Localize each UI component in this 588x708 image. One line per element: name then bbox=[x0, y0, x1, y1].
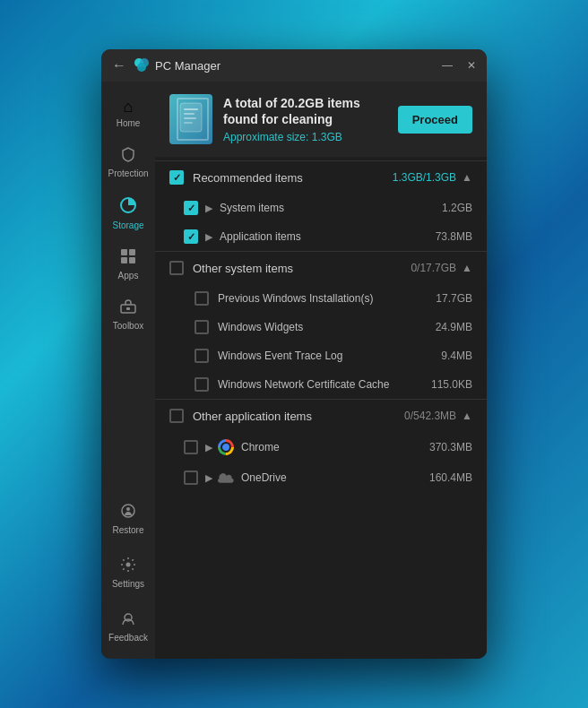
recommended-size: 1.3GB/1.3GB bbox=[393, 171, 456, 184]
svg-rect-4 bbox=[121, 249, 127, 255]
windows-widgets-row[interactable]: Windows Widgets 24.9MB bbox=[155, 313, 487, 341]
minimize-button[interactable]: — bbox=[442, 59, 453, 72]
onedrive-checkbox[interactable] bbox=[184, 471, 198, 485]
onedrive-label: OneDrive bbox=[241, 471, 429, 484]
feedback-icon bbox=[120, 610, 136, 631]
windows-widgets-size: 24.9MB bbox=[436, 321, 472, 333]
recommended-chevron-icon: ▲ bbox=[462, 171, 472, 184]
sidebar-item-restore[interactable]: Restore bbox=[104, 496, 152, 542]
sidebar-label-storage: Storage bbox=[112, 220, 143, 230]
sidebar-item-toolbox[interactable]: Toolbox bbox=[104, 291, 152, 338]
other-system-checkbox[interactable] bbox=[169, 261, 184, 275]
other-app-checkbox[interactable] bbox=[169, 409, 184, 423]
other-app-title: Other application items bbox=[193, 410, 404, 423]
application-items-expand-icon: ▶ bbox=[205, 231, 212, 243]
svg-rect-18 bbox=[184, 122, 193, 124]
chrome-expand-icon: ▶ bbox=[205, 442, 212, 453]
recommended-header[interactable]: Recommended items 1.3GB/1.3GB ▲ bbox=[155, 161, 487, 194]
event-trace-checkbox[interactable] bbox=[195, 349, 209, 363]
sidebar-item-settings[interactable]: Settings bbox=[104, 549, 152, 596]
svg-point-12 bbox=[126, 563, 131, 567]
settings-icon bbox=[120, 557, 136, 577]
sidebar-label-toolbox: Toolbox bbox=[113, 321, 143, 331]
sidebar-label-protection: Protection bbox=[108, 168, 148, 178]
cert-cache-size: 115.0KB bbox=[431, 378, 472, 391]
cert-cache-label: Windows Network Certificate Cache bbox=[218, 378, 431, 391]
svg-rect-9 bbox=[126, 307, 130, 310]
recommended-title: Recommended items bbox=[193, 171, 393, 185]
sidebar-label-settings: Settings bbox=[112, 579, 144, 589]
sidebar-item-feedback[interactable]: Feedback bbox=[104, 603, 152, 650]
onedrive-size: 160.4MB bbox=[429, 471, 472, 484]
chrome-row[interactable]: ▶ Chrome 370.3MB bbox=[155, 432, 487, 462]
prev-windows-label: Previous Windows Installation(s) bbox=[218, 292, 436, 305]
sidebar-item-apps[interactable]: Apps bbox=[104, 241, 152, 288]
sidebar-label-home: Home bbox=[117, 118, 141, 128]
other-system-header[interactable]: Other system items 0/17.7GB ▲ bbox=[155, 252, 487, 284]
event-trace-row[interactable]: Windows Event Trace Log 9.4MB bbox=[155, 341, 487, 370]
svg-rect-7 bbox=[129, 257, 135, 263]
sidebar-item-protection[interactable]: Protection bbox=[104, 139, 152, 186]
sidebar-item-storage[interactable]: Storage bbox=[104, 189, 152, 237]
svg-rect-16 bbox=[184, 113, 195, 115]
other-app-header[interactable]: Other application items 0/542.3MB ▲ bbox=[155, 400, 487, 432]
other-system-chevron-icon: ▲ bbox=[462, 262, 472, 274]
toolbox-icon bbox=[120, 298, 136, 319]
windows-widgets-label: Windows Widgets bbox=[218, 321, 436, 333]
application-items-size: 73.8MB bbox=[436, 230, 472, 243]
main-window: ← PC Manager — ✕ ⌂ Home bbox=[101, 49, 487, 659]
prev-windows-checkbox[interactable] bbox=[195, 291, 209, 306]
svg-rect-15 bbox=[184, 108, 198, 110]
svg-point-2 bbox=[137, 63, 146, 72]
sidebar-bottom: Restore Settings bbox=[104, 494, 152, 652]
other-system-size: 0/17.7GB bbox=[411, 262, 456, 274]
recommended-checkbox[interactable] bbox=[169, 170, 184, 185]
sidebar-label-apps: Apps bbox=[118, 271, 139, 281]
chrome-icon bbox=[218, 439, 234, 455]
application-items-row[interactable]: ▶ Application items 73.8MB bbox=[155, 222, 487, 251]
approx-size: Approximate size: 1.3GB bbox=[223, 131, 387, 143]
onedrive-row[interactable]: ▶ OneDrive 160.4MB bbox=[155, 462, 487, 493]
svg-rect-17 bbox=[184, 117, 196, 119]
prev-windows-size: 17.7GB bbox=[436, 292, 472, 305]
shield-icon bbox=[120, 146, 136, 167]
hero-image bbox=[169, 94, 212, 144]
sidebar-item-home[interactable]: ⌂ Home bbox=[104, 91, 152, 135]
cert-cache-row[interactable]: Windows Network Certificate Cache 115.0K… bbox=[155, 370, 487, 399]
system-items-expand-icon: ▶ bbox=[205, 203, 212, 214]
back-button[interactable]: ← bbox=[112, 57, 126, 73]
titlebar: ← PC Manager — ✕ bbox=[101, 49, 487, 82]
proceed-button[interactable]: Proceed bbox=[398, 106, 472, 134]
system-items-checkbox[interactable] bbox=[184, 201, 198, 215]
content-area: ⌂ Home Protection Storage bbox=[101, 82, 487, 659]
sidebar-label-restore: Restore bbox=[112, 525, 143, 535]
main-content: A total of 20.2GB items found for cleani… bbox=[155, 82, 487, 659]
close-button[interactable]: ✕ bbox=[467, 59, 476, 72]
chrome-checkbox[interactable] bbox=[184, 440, 198, 454]
sidebar: ⌂ Home Protection Storage bbox=[101, 82, 155, 659]
system-items-label: System items bbox=[220, 202, 442, 214]
cert-cache-checkbox[interactable] bbox=[195, 377, 209, 392]
svg-rect-14 bbox=[180, 103, 202, 132]
hero-text-block: A total of 20.2GB items found for cleani… bbox=[223, 95, 387, 143]
sidebar-label-feedback: Feedback bbox=[108, 633, 148, 643]
other-system-title: Other system items bbox=[193, 262, 411, 275]
system-items-row[interactable]: ▶ System items 1.2GB bbox=[155, 194, 487, 222]
app-logo-icon bbox=[134, 57, 150, 73]
prev-windows-row[interactable]: Previous Windows Installation(s) 17.7GB bbox=[155, 284, 487, 313]
application-items-label: Application items bbox=[220, 230, 436, 243]
onedrive-expand-icon: ▶ bbox=[205, 472, 212, 484]
onedrive-icon bbox=[218, 470, 234, 486]
other-app-section: Other application items 0/542.3MB ▲ ▶ Ch… bbox=[155, 399, 487, 493]
other-app-size: 0/542.3MB bbox=[404, 410, 456, 422]
hero-section: A total of 20.2GB items found for cleani… bbox=[155, 82, 487, 157]
recommended-section: Recommended items 1.3GB/1.3GB ▲ ▶ System… bbox=[155, 160, 487, 251]
svg-rect-6 bbox=[121, 257, 127, 263]
windows-widgets-checkbox[interactable] bbox=[195, 320, 209, 334]
svg-rect-5 bbox=[129, 249, 135, 255]
window-controls: — ✕ bbox=[442, 59, 476, 72]
window-title: PC Manager bbox=[155, 59, 442, 73]
chrome-size: 370.3MB bbox=[429, 441, 472, 453]
application-items-checkbox[interactable] bbox=[184, 229, 198, 244]
home-icon: ⌂ bbox=[124, 98, 134, 117]
